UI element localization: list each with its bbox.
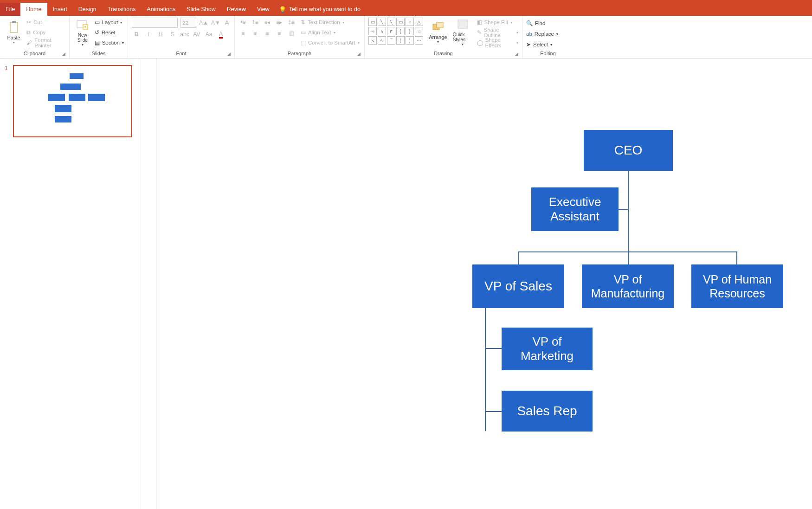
increase-indent-button[interactable]: ≡▸ (275, 18, 284, 27)
node-vp-sales[interactable]: VP of Sales (472, 264, 564, 308)
shrink-font-button[interactable]: A▼ (211, 18, 220, 27)
shape-connector-icon[interactable]: ↱ (387, 27, 395, 35)
tab-design[interactable]: Design (73, 3, 102, 16)
select-button[interactable]: ➤Select▾ (526, 40, 570, 49)
dropdown-icon: ▾ (13, 40, 15, 45)
shape-line-icon[interactable]: ╲ (387, 18, 395, 26)
shape-brace-icon[interactable]: { (396, 27, 405, 35)
justify-button[interactable]: ≡ (275, 29, 284, 38)
dialog-launcher-icon[interactable]: ◢ (357, 52, 361, 56)
shape-bracket-icon[interactable]: ) (406, 36, 414, 45)
shape-effects-button[interactable]: ◯Shape Effects▾ (477, 38, 519, 47)
new-slide-button[interactable]: ✶ NewSlide ▾ (73, 18, 92, 47)
font-family-combo[interactable] (132, 18, 178, 28)
quick-styles-button[interactable]: Quick Styles▾ (453, 18, 472, 46)
font-color-button[interactable]: A (216, 30, 226, 39)
shape-line-icon[interactable]: ╲ (378, 18, 386, 26)
node-vp-manufacturing[interactable]: VP of Manufacturing (582, 264, 674, 308)
font-size-combo[interactable]: 22 (180, 18, 196, 28)
node-vp-hr[interactable]: VP of Human Resources (691, 264, 783, 308)
dialog-launcher-icon[interactable]: ◢ (227, 52, 231, 56)
node-ceo[interactable]: CEO (584, 130, 673, 171)
layout-button[interactable]: ▭Layout▾ (95, 18, 124, 27)
strike-button[interactable]: S (168, 30, 177, 39)
group-paragraph: •≡ 1≡ ≡◂ ≡▸ ‡≡ ≡ ≡ ≡ ≡ ▥ ⇅Text Direction… (235, 16, 365, 58)
shape-star-icon[interactable]: ☆ (415, 27, 423, 35)
dropdown-icon: ▾ (122, 41, 124, 45)
shape-outline-button[interactable]: ✎Shape Outline▾ (477, 28, 519, 37)
cut-button[interactable]: ✂Cut (26, 18, 65, 27)
arrange-button[interactable]: Arrange▾ (428, 18, 448, 46)
cursor-icon: ➤ (526, 41, 531, 48)
reset-button[interactable]: ↺Reset (95, 28, 124, 37)
org-chart[interactable]: CEO Executive Assistant VP of Sales VP o… (325, 86, 812, 504)
shape-arc-icon[interactable]: ⌒ (387, 36, 395, 45)
slide-editor[interactable]: CEO Executive Assistant VP of Sales VP o… (139, 58, 812, 509)
shape-curve-icon[interactable]: ∿ (378, 36, 386, 45)
underline-button[interactable]: U (156, 30, 165, 39)
align-text-button[interactable]: ▭Align Text▾ (301, 28, 360, 37)
align-left-button[interactable]: ≡ (238, 29, 248, 38)
change-case-button[interactable]: Aa (204, 30, 213, 39)
group-label: Font (176, 51, 186, 56)
text-direction-button[interactable]: ⇅Text Direction▾ (301, 18, 360, 27)
mini-node (70, 73, 84, 79)
dialog-launcher-icon[interactable]: ◢ (515, 52, 518, 56)
svg-text:✶: ✶ (84, 25, 87, 29)
tell-me-search[interactable]: 💡 Tell me what you want to do (279, 3, 361, 16)
replace-icon: ab (526, 31, 532, 37)
paste-button[interactable]: Paste ▾ (4, 18, 24, 47)
copy-button[interactable]: ⧉Copy (26, 28, 65, 37)
search-icon: 🔍 (526, 20, 533, 26)
node-sales-rep[interactable]: Sales Rep (502, 391, 593, 432)
slide-thumbnail-1[interactable] (13, 65, 132, 137)
section-button[interactable]: ▤Section▾ (95, 38, 124, 47)
bold-button[interactable]: B (132, 30, 141, 39)
node-executive-assistant[interactable]: Executive Assistant (531, 187, 619, 231)
align-right-button[interactable]: ≡ (263, 29, 272, 38)
char-spacing-button[interactable]: AV (192, 30, 201, 39)
grow-font-button[interactable]: A▲ (199, 18, 208, 27)
align-center-button[interactable]: ≡ (251, 29, 260, 38)
tab-review[interactable]: Review (221, 3, 251, 16)
group-label: Clipboard (24, 51, 45, 56)
dialog-launcher-icon[interactable]: ◢ (62, 52, 65, 56)
shape-rect-icon[interactable]: ▭ (368, 18, 377, 26)
shape-gallery[interactable]: ▭╲╲▭○△ ⇨↳↱{}☆ ↘∿⌒()⋯ (368, 18, 423, 45)
tab-home[interactable]: Home (20, 3, 47, 16)
shape-oval-icon[interactable]: ○ (406, 18, 414, 26)
shape-fill-button[interactable]: ◧Shape Fill▾ (477, 18, 519, 27)
shadow-button[interactable]: abc (180, 30, 189, 39)
clear-formatting-button[interactable]: A̶ (223, 18, 231, 27)
tab-slideshow[interactable]: Slide Show (181, 3, 221, 16)
shape-more-icon[interactable]: ⋯ (415, 36, 423, 45)
format-painter-button[interactable]: 🖌Format Painter (26, 38, 65, 47)
shape-rect-icon[interactable]: ▭ (396, 18, 405, 26)
slide-thumbnail-pane[interactable]: 1 (0, 58, 139, 509)
shape-triangle-icon[interactable]: △ (415, 18, 423, 26)
tab-insert[interactable]: Insert (47, 3, 73, 16)
shape-brace-icon[interactable]: } (406, 27, 414, 35)
italic-button[interactable]: I (144, 30, 153, 39)
shape-connector-icon[interactable]: ↳ (378, 27, 386, 35)
convert-smartart-button[interactable]: ⬚Convert to SmartArt▾ (301, 38, 360, 47)
bullets-button[interactable]: •≡ (238, 18, 248, 27)
find-button[interactable]: 🔍Find (526, 19, 570, 28)
reset-icon: ↺ (95, 29, 99, 36)
group-slides: ✶ NewSlide ▾ ▭Layout▾ ↺Reset ▤Section▾ S… (70, 16, 128, 58)
replace-button[interactable]: abReplace▾ (526, 29, 570, 39)
tab-animations[interactable]: Animations (141, 3, 181, 16)
shape-connector-icon[interactable]: ↘ (368, 36, 377, 45)
mini-node (55, 105, 71, 112)
shape-arrow-icon[interactable]: ⇨ (368, 27, 377, 35)
tab-file[interactable]: File (0, 3, 20, 16)
line-spacing-button[interactable]: ‡≡ (287, 18, 296, 27)
shape-bracket-icon[interactable]: ( (396, 36, 405, 45)
tab-transitions[interactable]: Transitions (102, 3, 142, 16)
numbering-button[interactable]: 1≡ (251, 18, 260, 27)
columns-button[interactable]: ▥ (287, 29, 296, 38)
node-vp-marketing[interactable]: VP of Marketing (502, 328, 593, 370)
decrease-indent-button[interactable]: ≡◂ (263, 18, 272, 27)
tab-view[interactable]: View (251, 3, 275, 16)
svg-rect-7 (458, 20, 467, 28)
